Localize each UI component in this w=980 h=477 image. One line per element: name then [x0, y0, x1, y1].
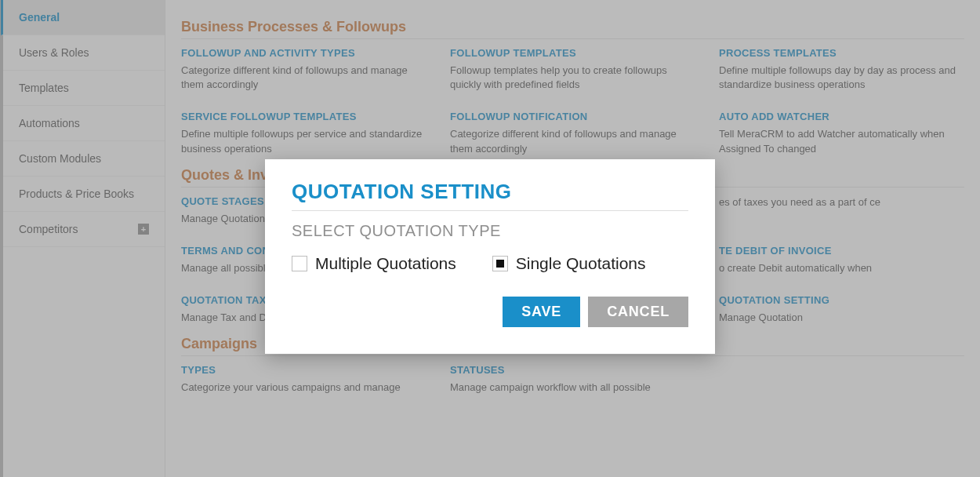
modal-overlay[interactable]: QUOTATION SETTING SELECT QUOTATION TYPE …	[0, 0, 980, 477]
quotation-type-option[interactable]: Single Quotations	[492, 254, 646, 273]
modal-subtitle: SELECT QUOTATION TYPE	[292, 222, 688, 240]
cancel-button[interactable]: CANCEL	[588, 297, 688, 327]
checkbox-icon[interactable]	[492, 256, 508, 271]
option-label: Single Quotations	[516, 254, 646, 273]
modal-title: QUOTATION SETTING	[292, 180, 688, 211]
quotation-type-option[interactable]: Multiple Quotations	[292, 254, 456, 273]
option-label: Multiple Quotations	[315, 254, 456, 273]
checkbox-icon[interactable]	[292, 256, 307, 271]
save-button[interactable]: SAVE	[503, 297, 580, 327]
quotation-setting-modal: QUOTATION SETTING SELECT QUOTATION TYPE …	[265, 159, 715, 354]
